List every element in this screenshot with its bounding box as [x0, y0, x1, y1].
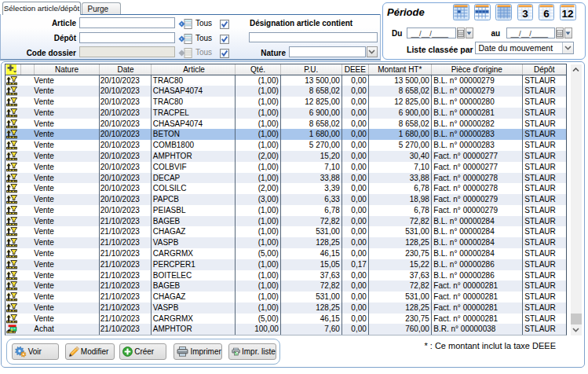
svg-text:6: 6 — [543, 8, 550, 19]
svg-text:3: 3 — [522, 8, 528, 19]
svg-text:12: 12 — [562, 8, 574, 19]
